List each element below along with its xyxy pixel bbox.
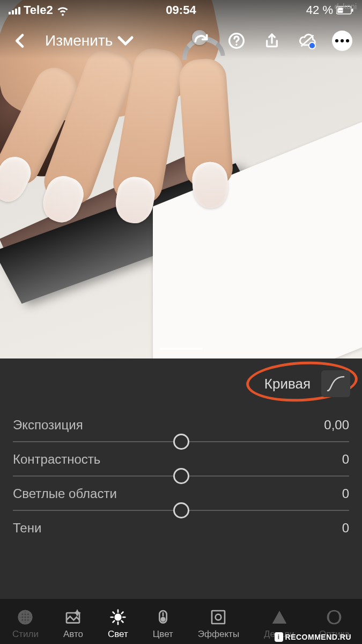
tab-styles[interactable]: Стили [12, 609, 39, 640]
edit-panel: Кривая Экспозиция 0,00 Контрастность 0 [0, 358, 362, 599]
tab-label: Стили [12, 629, 39, 640]
signal-icon [9, 6, 20, 14]
detail-icon [271, 609, 288, 626]
svg-line-16 [113, 612, 114, 614]
tab-effects[interactable]: Эффекты [198, 609, 239, 640]
edit-label: Изменить [45, 32, 113, 49]
curve-button[interactable]: Кривая [264, 370, 350, 397]
slider-exposure[interactable]: Экспозиция 0,00 [13, 418, 349, 442]
battery-percent: 42 % [306, 3, 333, 17]
slider-value: 0 [342, 521, 349, 536]
styles-icon [17, 609, 34, 626]
tab-color[interactable]: Цвет [153, 609, 173, 640]
site-watermark: i RECOMMEND.RU [275, 632, 351, 642]
cloud-sync-button[interactable] [297, 30, 318, 52]
slider-knob[interactable] [173, 502, 189, 518]
tab-label: Цвет [153, 629, 173, 640]
slider-track[interactable] [13, 475, 349, 477]
svg-line-17 [122, 621, 123, 623]
slider-value: 0 [342, 486, 349, 501]
slider-shadows[interactable]: Тени 0 [13, 521, 349, 545]
slider-label: Контрастность [13, 452, 100, 467]
color-icon [154, 609, 172, 626]
back-button[interactable] [10, 30, 31, 52]
svg-point-11 [115, 614, 121, 620]
edit-menu[interactable]: Изменить [45, 32, 134, 49]
svg-rect-22 [212, 611, 225, 624]
curve-icon [321, 370, 350, 397]
svg-point-9 [19, 611, 32, 624]
svg-point-20 [161, 618, 165, 621]
auto-icon [64, 609, 82, 626]
redo-button[interactable] [190, 30, 212, 52]
slider-value: 0 [342, 452, 349, 467]
more-options-button[interactable] [332, 31, 352, 51]
help-button[interactable] [226, 30, 247, 52]
effects-icon [210, 609, 227, 626]
username-watermark: d_koni [335, 2, 357, 11]
slider-knob[interactable] [173, 434, 189, 450]
tab-label: Свет [108, 629, 128, 640]
tab-light[interactable]: Свет [108, 609, 128, 640]
carrier-name: Tele2 [24, 3, 53, 17]
tab-auto[interactable]: Авто [63, 609, 83, 640]
curve-label: Кривая [264, 376, 311, 392]
tab-label: Эффекты [198, 629, 239, 640]
top-toolbar: Изменить [0, 26, 362, 56]
tab-label: Авто [63, 629, 83, 640]
sync-status-dot [308, 42, 316, 49]
slider-highlights[interactable]: Светлые области 0 [13, 486, 349, 511]
optics-icon [326, 609, 343, 626]
chevron-down-icon [117, 32, 134, 49]
slider-track[interactable] [13, 441, 349, 442]
slider-label: Тени [13, 521, 41, 536]
slider-label: Экспозиция [13, 418, 83, 433]
slider-contrast[interactable]: Контрастность 0 [13, 452, 349, 477]
slider-label: Светлые области [13, 486, 117, 501]
svg-line-18 [113, 621, 114, 623]
svg-point-4 [235, 44, 237, 46]
clock: 09:54 [166, 3, 196, 17]
share-button[interactable] [261, 30, 283, 52]
slider-track[interactable] [13, 510, 349, 511]
wifi-icon [56, 4, 69, 17]
svg-line-19 [122, 612, 123, 614]
light-icon [109, 609, 127, 626]
slider-value: 0,00 [324, 418, 349, 433]
drag-handle[interactable] [160, 348, 203, 350]
slider-knob[interactable] [173, 468, 189, 484]
svg-point-23 [216, 614, 221, 620]
status-bar: Tele2 09:54 42 % [0, 0, 362, 20]
